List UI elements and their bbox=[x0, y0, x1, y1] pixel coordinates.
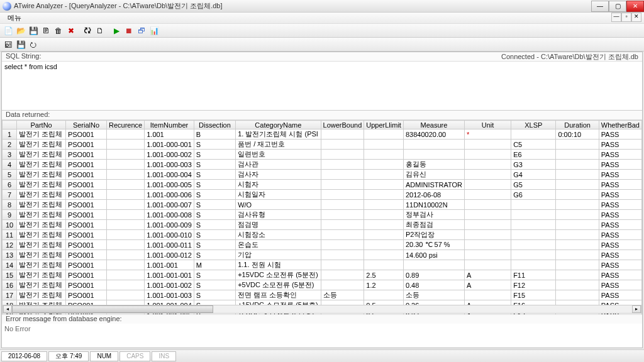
cell[interactable]: 발전기 조립체 bbox=[17, 190, 66, 200]
cell[interactable]: 일련번호 bbox=[236, 150, 321, 160]
cell[interactable] bbox=[321, 160, 364, 170]
cell[interactable] bbox=[556, 280, 599, 290]
cell[interactable]: 83840020.00 bbox=[403, 129, 464, 140]
cell[interactable]: ADMINISTRATOR bbox=[403, 180, 464, 190]
cell[interactable]: S bbox=[194, 210, 235, 220]
save-icon[interactable]: 💾 bbox=[28, 25, 39, 36]
table-row[interactable]: 10발전기 조립체PSO0011.001-000-009S점검명최종점검PASS bbox=[3, 220, 642, 230]
cell[interactable] bbox=[321, 260, 364, 270]
cell[interactable]: +15VDC 소모전류 (5분전) bbox=[236, 270, 321, 280]
cell[interactable]: PASS bbox=[599, 170, 641, 180]
cell[interactable]: 1.001-000-010 bbox=[145, 230, 194, 240]
cell[interactable]: PASS bbox=[599, 150, 641, 160]
cell[interactable]: 1.001-000-006 bbox=[145, 190, 194, 200]
cell[interactable]: S bbox=[194, 140, 235, 150]
cell[interactable]: S bbox=[194, 250, 235, 260]
cell[interactable]: 11DN10002N bbox=[403, 200, 464, 210]
chart-icon[interactable]: 📊 bbox=[148, 25, 160, 36]
cell[interactable]: PASS bbox=[599, 180, 641, 190]
table-row[interactable]: 12발전기 조립체PSO0011.001-000-011S온습도20.30 ℃ … bbox=[3, 240, 642, 250]
cell[interactable] bbox=[364, 210, 404, 220]
table-row[interactable]: 16발전기 조립체PSO0011.001-001-002S+5VDC 소모전류 … bbox=[3, 280, 642, 290]
table-row[interactable]: 7발전기 조립체PSO0011.001-000-006S시험일자2012-06-… bbox=[3, 190, 642, 200]
cell[interactable]: 발전기 조립체 bbox=[17, 140, 66, 150]
cell[interactable] bbox=[464, 230, 511, 240]
column-header[interactable]: Duration bbox=[556, 121, 599, 129]
cell[interactable]: PSO001 bbox=[65, 180, 106, 190]
cell[interactable]: 0:00:10 bbox=[556, 129, 599, 140]
cell[interactable] bbox=[464, 200, 511, 210]
table-row[interactable]: 6발전기 조립체PSO0011.001-000-005S시험자ADMINISTR… bbox=[3, 180, 642, 190]
cell[interactable]: PSO001 bbox=[65, 260, 106, 270]
cell[interactable]: PSO001 bbox=[65, 170, 106, 180]
cell[interactable]: 발전기 조립체 bbox=[17, 230, 66, 240]
cell[interactable] bbox=[511, 210, 556, 220]
cell[interactable]: S bbox=[194, 150, 235, 160]
cell[interactable] bbox=[464, 160, 511, 170]
cell[interactable] bbox=[107, 210, 145, 220]
cell[interactable] bbox=[464, 240, 511, 250]
cell[interactable]: 11 bbox=[3, 230, 17, 240]
cell[interactable]: S bbox=[194, 200, 235, 210]
cell[interactable] bbox=[464, 210, 511, 220]
column-header[interactable]: Recurence bbox=[107, 121, 145, 129]
cell[interactable] bbox=[511, 260, 556, 270]
table-row[interactable]: 14발전기 조립체PSO0011.001-001M1.1. 전원 시험PASS bbox=[3, 260, 642, 270]
cell[interactable]: F12 bbox=[511, 280, 556, 290]
cell[interactable] bbox=[464, 170, 511, 180]
cell[interactable]: 검사유형 bbox=[236, 210, 321, 220]
cell[interactable] bbox=[464, 220, 511, 230]
cell[interactable]: 발전기 조립체 bbox=[17, 180, 66, 190]
cell[interactable]: 발전기 조립체 bbox=[17, 270, 66, 280]
cell[interactable]: 발전기 조립체 bbox=[17, 240, 66, 250]
cell[interactable]: 검사자 bbox=[236, 170, 321, 180]
table-row[interactable]: 5발전기 조립체PSO0011.001-000-004S검사자김유신G4PASS bbox=[3, 170, 642, 180]
cell[interactable]: E6 bbox=[511, 150, 556, 160]
cell[interactable]: 0.48 bbox=[403, 280, 464, 290]
column-header[interactable]: Dissection bbox=[194, 121, 235, 129]
cell[interactable] bbox=[107, 170, 145, 180]
cell[interactable] bbox=[107, 290, 145, 300]
column-header[interactable]: Measure bbox=[403, 121, 464, 129]
cell[interactable]: 1.001-000-003 bbox=[145, 160, 194, 170]
cell[interactable] bbox=[107, 260, 145, 270]
cell[interactable]: 발전기 조립체 bbox=[17, 290, 66, 300]
reload-icon[interactable]: ⭮ bbox=[28, 39, 39, 50]
cell[interactable] bbox=[464, 180, 511, 190]
stop-icon[interactable]: ⏹ bbox=[123, 25, 135, 36]
cell[interactable]: 소등 bbox=[321, 290, 364, 300]
cell[interactable] bbox=[403, 150, 464, 160]
cell[interactable]: PASS bbox=[599, 290, 641, 300]
cell[interactable] bbox=[107, 160, 145, 170]
cell[interactable]: S bbox=[194, 290, 235, 300]
cell[interactable]: G5 bbox=[511, 180, 556, 190]
cell[interactable] bbox=[403, 140, 464, 150]
cell[interactable]: 발전기 조립체 bbox=[17, 150, 66, 160]
cell[interactable] bbox=[556, 240, 599, 250]
close-button[interactable]: ✕ bbox=[626, 1, 644, 12]
cell[interactable]: 발전기 조립체 bbox=[17, 129, 66, 140]
cell[interactable] bbox=[364, 230, 404, 240]
cell[interactable] bbox=[321, 230, 364, 240]
cell[interactable]: PSO001 bbox=[65, 230, 106, 240]
cell[interactable]: 온습도 bbox=[236, 240, 321, 250]
cell[interactable]: PSO001 bbox=[65, 140, 106, 150]
cell[interactable]: S bbox=[194, 220, 235, 230]
cell[interactable]: 발전기 조립체 bbox=[17, 220, 66, 230]
cell[interactable]: G6 bbox=[511, 190, 556, 200]
cell[interactable] bbox=[321, 200, 364, 210]
cell[interactable] bbox=[107, 190, 145, 200]
cell[interactable] bbox=[364, 150, 404, 160]
cell[interactable]: 1.001-000-012 bbox=[145, 250, 194, 260]
cell[interactable]: 5 bbox=[3, 170, 17, 180]
cell[interactable] bbox=[464, 140, 511, 150]
cell[interactable] bbox=[511, 200, 556, 210]
cell[interactable] bbox=[107, 230, 145, 240]
cancel-icon[interactable]: ✖ bbox=[65, 25, 77, 36]
cell[interactable] bbox=[364, 220, 404, 230]
cell[interactable]: 홍길동 bbox=[403, 160, 464, 170]
sql-input[interactable] bbox=[4, 63, 640, 109]
mdi-minimize-button[interactable]: — bbox=[611, 13, 621, 22]
mdi-restore-button[interactable]: ▫ bbox=[621, 13, 631, 22]
cell[interactable]: 1.001-000-002 bbox=[145, 150, 194, 160]
